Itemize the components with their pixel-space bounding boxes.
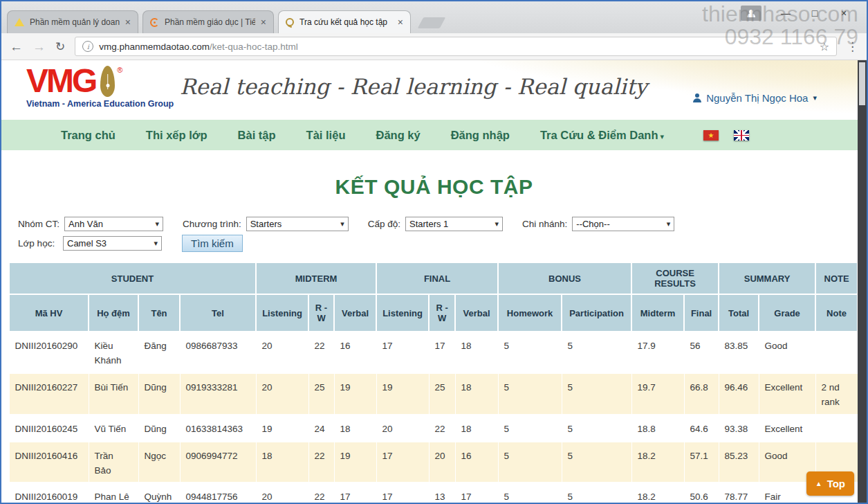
nav-item-bai-tap[interactable]: Bài tập: [238, 129, 276, 142]
table-row: DNIII20160245Vũ TiếnDũng0163381436319241…: [9, 415, 858, 442]
nav-item-tai-lieu[interactable]: Tài liệu: [306, 129, 346, 142]
search-button[interactable]: Tìm kiếm: [182, 235, 243, 252]
vmg-logo[interactable]: VMG ® Vietnam - America Education Group: [26, 66, 174, 109]
table-cell: 20: [256, 332, 308, 373]
vietnam-flag-icon[interactable]: [703, 130, 719, 141]
column-header: Note: [815, 294, 858, 332]
table-cell: 20: [256, 373, 308, 415]
vertical-scrollbar[interactable]: [858, 60, 867, 503]
user-menu[interactable]: Nguyễn Thị Ngọc Hoa ▾: [692, 92, 817, 104]
nav-item-thi-xep-lop[interactable]: Thi xếp lớp: [146, 129, 207, 142]
orange-swirl-icon: [150, 18, 159, 27]
table-cell: 19: [334, 373, 376, 415]
table-cell: 96.46: [719, 373, 759, 415]
table-cell: 17: [455, 483, 498, 503]
table-cell: 66.8: [684, 373, 719, 415]
table-cell: Kiều Khánh: [89, 332, 138, 373]
table-cell: 17: [376, 332, 429, 373]
table-cell: 18: [256, 442, 308, 483]
column-group-header: COURSE RESULTS: [631, 262, 719, 294]
forward-icon[interactable]: →: [33, 40, 46, 53]
column-header: Verbal: [334, 294, 376, 332]
table-cell: 24: [308, 415, 334, 442]
column-header: Tel: [180, 294, 256, 332]
maximize-button[interactable]: □: [800, 8, 829, 19]
table-cell: 5: [562, 483, 631, 503]
column-group-header: FINAL: [376, 262, 498, 294]
browser-tab-2[interactable]: Phần mềm giáo dục | Tiế ×: [142, 10, 274, 33]
column-header: Total: [719, 294, 759, 332]
table-cell: 20: [376, 415, 429, 442]
tab-close-icon[interactable]: ×: [125, 17, 131, 28]
table-cell: Trần Bảo: [89, 442, 138, 483]
table-cell: DNIII20160227: [9, 373, 89, 415]
table-row: DNIII20160227Bùi TiếnDũng091933328120251…: [9, 373, 858, 415]
column-header: Participation: [562, 294, 631, 332]
table-cell: 5: [562, 373, 631, 415]
nav-item-trang-chu[interactable]: Trang chủ: [61, 129, 116, 142]
table-cell: 22: [308, 483, 334, 503]
table-cell: 19: [256, 415, 308, 442]
table-cell: 5: [498, 483, 562, 503]
bookmark-star-icon[interactable]: ☆: [820, 40, 829, 53]
table-cell: 56: [684, 332, 719, 373]
column-header: Grade: [759, 294, 815, 332]
table-cell: 16: [455, 442, 498, 483]
chevron-down-icon: ▾: [660, 132, 664, 141]
gold-badge-icon: [286, 18, 294, 26]
browser-menu-icon[interactable]: ⋮: [847, 39, 858, 54]
table-cell: 18.2: [631, 483, 684, 503]
tab-title: Phần mềm giáo dục | Tiế: [165, 17, 255, 27]
table-cell: 22: [308, 442, 334, 483]
table-cell: 18: [455, 415, 498, 442]
reload-icon[interactable]: ↻: [55, 39, 65, 54]
nhom-ct-select[interactable]: Anh Văn: [64, 217, 163, 231]
browser-tab-1[interactable]: Phần mềm quản lý doanh ×: [7, 10, 138, 33]
person-icon: [748, 10, 755, 17]
close-button[interactable]: ×: [829, 8, 858, 19]
tab-close-icon[interactable]: ×: [261, 17, 266, 28]
table-cell: 20: [429, 442, 455, 483]
browser-tab-active[interactable]: Tra cứu kết quả học tập ×: [278, 10, 411, 33]
column-header: R - W: [429, 294, 455, 332]
uk-flag-icon[interactable]: [734, 130, 749, 141]
cap-do-select[interactable]: Starters 1: [405, 217, 503, 231]
table-cell: Đăng: [138, 332, 180, 373]
scrollbar-thumb[interactable]: [859, 62, 865, 105]
profile-avatar-icon[interactable]: [741, 6, 761, 21]
nav-item-tra-cuu-diem-danh[interactable]: Tra Cứu & Điểm Danh▾: [540, 129, 664, 142]
new-tab-button[interactable]: [418, 17, 446, 28]
table-cell: 0919333281: [180, 373, 256, 415]
table-cell: Dũng: [138, 415, 180, 442]
address-bar[interactable]: i vmg.phanmemdaotao.com/ket-qua-hoc-tap.…: [75, 37, 837, 56]
back-to-top-button[interactable]: ▲ Top: [806, 471, 854, 496]
table-cell: 22: [308, 332, 334, 373]
table-cell: 18: [455, 332, 498, 373]
chuong-trinh-select[interactable]: Starters: [246, 217, 349, 231]
column-group-header: BONUS: [498, 262, 631, 294]
logo-text: VMG: [26, 66, 95, 96]
table-cell: 5: [498, 442, 562, 483]
table-cell: 17: [376, 442, 429, 483]
table-cell: [815, 415, 858, 442]
info-icon[interactable]: i: [82, 41, 93, 52]
table-cell: 64.6: [684, 415, 719, 442]
chi-nhanh-select[interactable]: --Chọn--: [572, 217, 674, 231]
nav-item-dang-nhap[interactable]: Đăng nhập: [451, 129, 510, 142]
table-cell: 01633814363: [180, 415, 256, 442]
window-controls: — □ ×: [741, 6, 858, 21]
label-lop-hoc: Lớp học:: [18, 238, 58, 249]
table-cell: [815, 332, 858, 373]
lop-hoc-select[interactable]: Camel S3: [63, 236, 162, 251]
minimize-button[interactable]: —: [771, 8, 800, 19]
table-cell: 17: [334, 483, 376, 503]
back-icon[interactable]: ←: [10, 40, 23, 53]
table-cell: 5: [498, 332, 562, 373]
column-group-header: SUMMARY: [719, 262, 815, 294]
slogan: Real teaching - Real learning - Real qua…: [180, 74, 647, 99]
tab-close-icon[interactable]: ×: [398, 17, 403, 28]
browser-titlebar: Phần mềm quản lý doanh × Phần mềm giáo d…: [1, 1, 867, 33]
table-cell: 0906994772: [180, 442, 256, 483]
tab-strip: Phần mềm quản lý doanh × Phần mềm giáo d…: [7, 10, 443, 33]
nav-item-dang-ky[interactable]: Đăng ký: [376, 129, 420, 142]
